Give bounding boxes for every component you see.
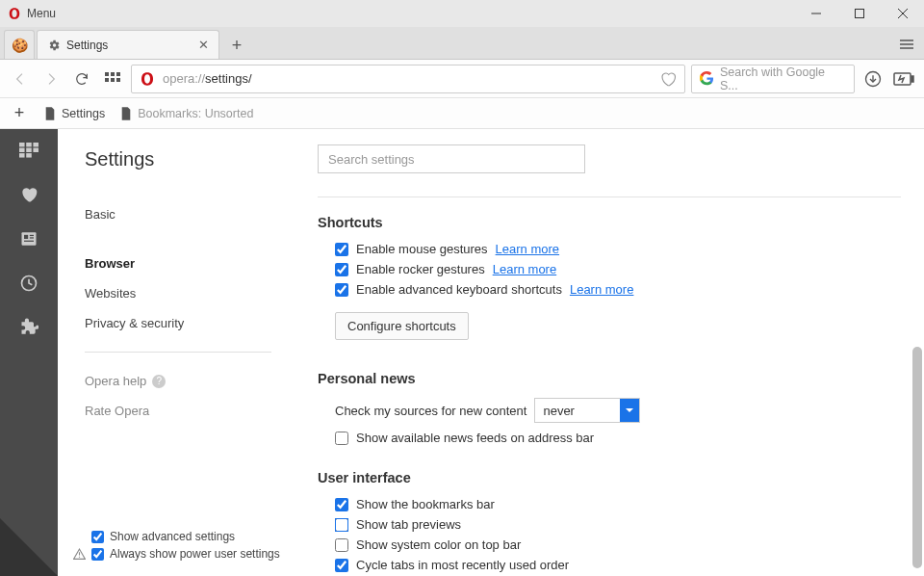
sidebar bbox=[0, 129, 58, 576]
bookmark-item-settings[interactable]: Settings bbox=[44, 107, 105, 120]
battery-button[interactable] bbox=[891, 66, 916, 92]
check-sources-label: Check my sources for new content bbox=[335, 404, 526, 418]
speed-dial-button[interactable] bbox=[100, 66, 125, 92]
svg-rect-28 bbox=[30, 237, 34, 238]
checkbox-keyboard-shortcuts[interactable]: Enable advanced keyboard shortcuts Learn… bbox=[335, 282, 901, 297]
chevron-down-icon bbox=[620, 399, 639, 422]
svg-rect-27 bbox=[30, 235, 34, 236]
main-area: Settings Basic Browser Websites Privacy … bbox=[0, 129, 924, 576]
show-advanced-checkbox[interactable]: Show advanced settings bbox=[73, 530, 287, 543]
tab-menu-button[interactable] bbox=[889, 30, 924, 59]
opera-icon bbox=[140, 71, 155, 87]
svg-rect-7 bbox=[105, 72, 109, 76]
checkbox-tab-previews[interactable]: Show tab previews bbox=[335, 517, 901, 532]
close-window-button[interactable] bbox=[881, 0, 924, 27]
help-icon: ? bbox=[152, 375, 166, 388]
reload-button[interactable] bbox=[69, 66, 94, 92]
bookmark-heart-icon[interactable] bbox=[659, 70, 677, 88]
svg-rect-19 bbox=[33, 143, 38, 146]
nav-websites[interactable]: Websites bbox=[85, 278, 298, 308]
history-sidebar-icon[interactable] bbox=[19, 274, 38, 293]
scrollbar[interactable] bbox=[912, 347, 922, 568]
tab-label: Settings bbox=[66, 39, 108, 52]
page-icon bbox=[44, 107, 56, 120]
section-shortcuts-title: Shortcuts bbox=[318, 215, 901, 230]
checkbox-rocker-gestures[interactable]: Enable rocker gestures Learn more bbox=[335, 262, 901, 276]
sidebar-decoration bbox=[0, 518, 58, 576]
svg-rect-29 bbox=[24, 241, 34, 242]
extensions-sidebar-icon[interactable] bbox=[19, 318, 38, 337]
gear-icon bbox=[47, 39, 61, 52]
downloads-button[interactable] bbox=[860, 66, 886, 92]
minimize-button[interactable] bbox=[794, 0, 837, 27]
new-tab-button[interactable]: + bbox=[223, 32, 250, 59]
svg-rect-20 bbox=[19, 148, 25, 152]
settings-content: Shortcuts Enable mouse gestures Learn mo… bbox=[298, 129, 924, 576]
page-icon bbox=[120, 107, 132, 120]
maximize-button[interactable] bbox=[837, 0, 881, 27]
svg-rect-21 bbox=[26, 148, 32, 152]
svg-rect-16 bbox=[911, 76, 913, 82]
search-settings-input[interactable] bbox=[318, 144, 585, 173]
forward-button[interactable] bbox=[38, 66, 64, 92]
svg-rect-1 bbox=[855, 10, 863, 18]
nav-rate[interactable]: Rate Opera bbox=[85, 396, 298, 426]
search-field[interactable]: Search with Google S... bbox=[691, 65, 855, 93]
bookmark-item-unsorted[interactable]: Bookmarks: Unsorted bbox=[120, 107, 253, 120]
svg-rect-11 bbox=[111, 78, 115, 82]
tab-settings[interactable]: Settings ✕ bbox=[37, 30, 219, 59]
show-power-user-checkbox[interactable]: Always show power user settings bbox=[73, 547, 287, 561]
checkbox-bookmarks-bar[interactable]: Show the bookmarks bar bbox=[335, 497, 901, 511]
svg-rect-18 bbox=[26, 143, 32, 146]
warning-icon bbox=[73, 548, 86, 561]
learn-more-link[interactable]: Learn more bbox=[493, 262, 556, 276]
svg-rect-12 bbox=[116, 78, 120, 82]
google-icon bbox=[700, 71, 714, 86]
news-sidebar-icon[interactable] bbox=[19, 229, 38, 249]
svg-rect-8 bbox=[111, 72, 115, 76]
checkbox-mouse-gestures[interactable]: Enable mouse gestures Learn more bbox=[335, 242, 901, 256]
svg-rect-24 bbox=[26, 153, 32, 157]
nav-privacy[interactable]: Privacy & security bbox=[85, 308, 298, 338]
nav-browser[interactable]: Browser bbox=[85, 249, 298, 278]
svg-rect-10 bbox=[105, 78, 109, 82]
nav-help[interactable]: Opera help? bbox=[85, 366, 298, 396]
nav-basic[interactable]: Basic bbox=[85, 199, 298, 229]
back-button[interactable] bbox=[8, 66, 33, 92]
checkbox-news-feeds[interactable]: Show available news feeds on address bar bbox=[335, 431, 901, 445]
window-title: Menu bbox=[27, 7, 794, 20]
page-title: Settings bbox=[85, 148, 298, 170]
add-bookmark-button[interactable]: + bbox=[10, 103, 29, 123]
speed-dial-sidebar-icon[interactable] bbox=[19, 141, 38, 160]
learn-more-link[interactable]: Learn more bbox=[496, 242, 559, 256]
tab-close-icon[interactable]: ✕ bbox=[198, 38, 209, 52]
check-sources-select[interactable]: never bbox=[534, 398, 640, 423]
bookmarks-sidebar-icon[interactable] bbox=[19, 185, 38, 204]
checkbox-cycle-tabs[interactable]: Cycle tabs in most recently used order bbox=[335, 558, 901, 572]
url-path: settings/ bbox=[205, 71, 251, 86]
svg-rect-22 bbox=[33, 148, 38, 152]
svg-rect-23 bbox=[19, 153, 25, 157]
svg-rect-26 bbox=[24, 235, 28, 239]
svg-rect-9 bbox=[116, 72, 120, 76]
address-bar: opera://settings/ Search with Google S..… bbox=[0, 60, 924, 98]
url-scheme: opera:// bbox=[163, 71, 205, 86]
learn-more-link[interactable]: Learn more bbox=[570, 282, 633, 297]
bookmarks-bar: + Settings Bookmarks: Unsorted bbox=[0, 98, 924, 129]
tab-strip: 🍪 Settings ✕ + bbox=[0, 27, 924, 60]
checkbox-system-color[interactable]: Show system color on top bar bbox=[335, 537, 901, 552]
title-bar: Menu bbox=[0, 0, 924, 27]
search-placeholder: Search with Google S... bbox=[720, 65, 846, 92]
settings-nav: Settings Basic Browser Websites Privacy … bbox=[58, 129, 298, 576]
opera-logo-icon bbox=[8, 7, 21, 20]
url-field[interactable]: opera://settings/ bbox=[131, 65, 685, 93]
svg-rect-25 bbox=[22, 232, 37, 245]
svg-rect-17 bbox=[19, 143, 25, 146]
configure-shortcuts-button[interactable]: Configure shortcuts bbox=[335, 312, 469, 340]
pinned-tab[interactable]: 🍪 bbox=[4, 30, 35, 59]
section-news-title: Personal news bbox=[318, 371, 901, 386]
section-ui-title: User interface bbox=[318, 470, 901, 485]
